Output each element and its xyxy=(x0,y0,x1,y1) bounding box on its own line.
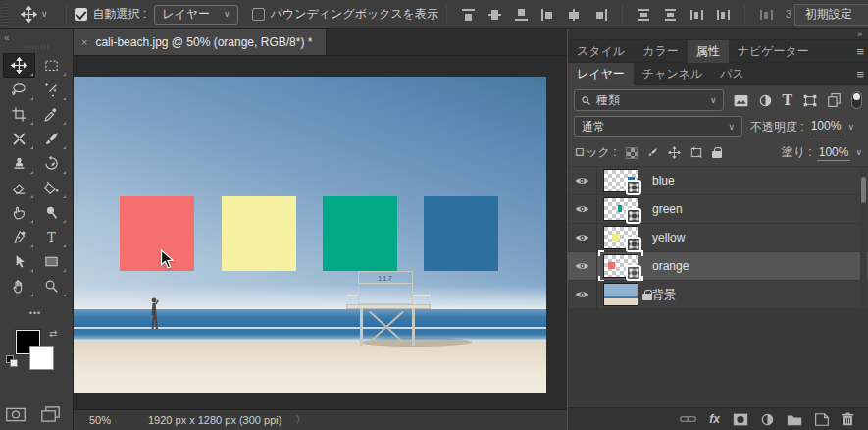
align-top-icon[interactable] xyxy=(461,8,476,22)
path-select-tool[interactable] xyxy=(3,249,35,274)
layer-name[interactable]: yellow xyxy=(652,231,685,244)
new-adjustment-layer-icon[interactable] xyxy=(761,413,774,426)
layer-thumbnail[interactable] xyxy=(603,283,638,306)
square-blue[interactable] xyxy=(424,196,498,271)
marquee-tool[interactable] xyxy=(35,53,68,78)
link-layers-icon[interactable] xyxy=(680,414,696,424)
layer-style-fx-icon[interactable]: fx xyxy=(709,413,720,425)
layer-row-blue[interactable]: blue xyxy=(568,167,868,195)
tab-styles[interactable]: スタイル xyxy=(568,40,634,62)
status-popup-chevron[interactable]: 〉 xyxy=(295,413,305,427)
shape-tool[interactable] xyxy=(35,249,68,274)
align-hcenter-icon[interactable] xyxy=(567,8,582,22)
layer-filter-dropdown[interactable]: 種類 ∨ xyxy=(574,89,724,111)
layer-name[interactable]: green xyxy=(652,202,683,216)
default-colors-icon[interactable] xyxy=(6,355,19,367)
visibility-eye-icon[interactable] xyxy=(575,261,589,271)
eyedropper-tool[interactable] xyxy=(35,102,68,127)
new-group-folder-icon[interactable] xyxy=(787,413,802,426)
tab-channels[interactable]: チャンネル xyxy=(634,63,711,84)
filter-toggle-icon[interactable] xyxy=(851,91,862,109)
layer-row-orange-selected[interactable]: orange xyxy=(568,252,868,281)
background-color-swatch[interactable] xyxy=(29,346,54,370)
scrollbar-thumb[interactable] xyxy=(861,177,866,203)
hand-tool[interactable] xyxy=(3,274,35,298)
layer-row-green[interactable]: green xyxy=(568,195,868,224)
options-grip[interactable] xyxy=(2,4,9,26)
bbox-checkbox[interactable] xyxy=(252,8,265,21)
background-lock-icon[interactable] xyxy=(642,290,652,300)
square-orange[interactable] xyxy=(120,196,194,271)
auto-select-checkbox[interactable] xyxy=(75,8,87,21)
tab-paths[interactable]: パス xyxy=(711,63,753,84)
tab-navigator[interactable]: ナビゲーター xyxy=(729,40,818,62)
distribute-hcenter-icon[interactable] xyxy=(716,8,731,22)
add-layer-mask-icon[interactable] xyxy=(733,413,748,426)
zoom-tool[interactable] xyxy=(35,274,68,298)
toolbox-grip[interactable] xyxy=(0,43,73,51)
workspace-switcher[interactable]: 初期設定 xyxy=(794,4,868,26)
opacity-control[interactable]: 不透明度 : 100% ∨ xyxy=(750,119,854,135)
move-tool[interactable] xyxy=(3,53,35,78)
panel-collapse-icon[interactable]: » xyxy=(857,29,862,39)
document-tab[interactable]: × cali-beach.jpg @ 50% (orange, RGB/8*) … xyxy=(74,29,327,55)
layer-row-yellow[interactable]: yellow xyxy=(568,224,868,252)
visibility-eye-icon[interactable] xyxy=(575,204,589,214)
auto-select-target-dropdown[interactable]: レイヤー ∨ xyxy=(154,5,237,25)
healing-brush-tool[interactable] xyxy=(3,127,35,151)
new-layer-icon[interactable] xyxy=(815,413,829,426)
align-vcenter-icon[interactable] xyxy=(487,8,502,22)
filter-pixel-layers-icon[interactable] xyxy=(734,94,748,107)
visibility-eye-icon[interactable] xyxy=(575,233,589,242)
edit-toolbar-button[interactable]: ••• xyxy=(3,306,68,320)
visibility-eye-icon[interactable] xyxy=(575,290,589,299)
zoom-level[interactable]: 50% xyxy=(89,414,140,426)
delete-layer-trash-icon[interactable] xyxy=(842,412,854,426)
filter-smart-objects-icon[interactable] xyxy=(828,93,841,107)
toolbox-collapse-icon[interactable]: « xyxy=(4,32,10,43)
pen-tool[interactable] xyxy=(3,225,35,249)
swap-colors-icon[interactable]: ⇄ xyxy=(49,328,57,339)
lock-transparency-icon[interactable] xyxy=(626,147,638,159)
layer-name[interactable]: blue xyxy=(652,174,675,188)
square-yellow[interactable] xyxy=(222,196,296,271)
current-tool-indicator[interactable]: ∨ xyxy=(9,6,58,23)
align-bottom-icon[interactable] xyxy=(514,8,529,22)
crop-tool[interactable] xyxy=(3,102,35,127)
screen-mode-icon[interactable] xyxy=(41,406,60,422)
align-left-icon[interactable] xyxy=(540,8,555,22)
tab-properties[interactable]: 属性 xyxy=(688,40,729,63)
quick-mask-icon[interactable] xyxy=(6,407,26,422)
history-brush-tool[interactable] xyxy=(35,151,68,176)
paint-bucket-tool[interactable] xyxy=(35,176,68,200)
distribute-left-icon[interactable] xyxy=(689,8,704,22)
brush-tool[interactable] xyxy=(35,127,68,151)
tab-layers[interactable]: レイヤー xyxy=(568,63,634,85)
tab-color[interactable]: カラー xyxy=(634,40,688,62)
panel-menu-icon[interactable]: ≡ xyxy=(856,40,864,62)
visibility-eye-icon[interactable] xyxy=(575,176,589,186)
layers-scrollbar[interactable] xyxy=(860,166,867,310)
dodge-tool[interactable] xyxy=(35,200,68,225)
lock-all-icon[interactable] xyxy=(712,147,722,158)
lock-position-icon[interactable] xyxy=(668,146,681,159)
align-right-icon[interactable] xyxy=(593,8,608,22)
square-green[interactable] xyxy=(323,196,397,271)
distribute-vcenter-icon[interactable] xyxy=(663,8,678,22)
opacity-value[interactable]: 100% xyxy=(809,119,843,134)
lock-pixels-icon[interactable] xyxy=(646,146,659,159)
smudge-tool[interactable] xyxy=(3,200,35,225)
fill-value[interactable]: 100% xyxy=(817,145,851,161)
close-tab-icon[interactable]: × xyxy=(81,36,87,48)
eraser-tool[interactable] xyxy=(3,176,35,200)
layer-name[interactable]: 背景 xyxy=(652,287,676,303)
filter-adjustment-layers-icon[interactable] xyxy=(759,94,772,107)
distribute-top-icon[interactable] xyxy=(637,8,651,22)
layer-name[interactable]: orange xyxy=(652,259,689,273)
distribute-spacing-icon[interactable] xyxy=(759,8,774,22)
clone-stamp-tool[interactable] xyxy=(3,151,35,176)
filter-type-layers-icon[interactable]: T xyxy=(783,92,792,108)
fill-control[interactable]: 塗り : 100% ∨ xyxy=(782,144,862,161)
type-tool[interactable]: T xyxy=(35,225,68,249)
layer-row-background[interactable]: 背景 xyxy=(568,281,868,309)
